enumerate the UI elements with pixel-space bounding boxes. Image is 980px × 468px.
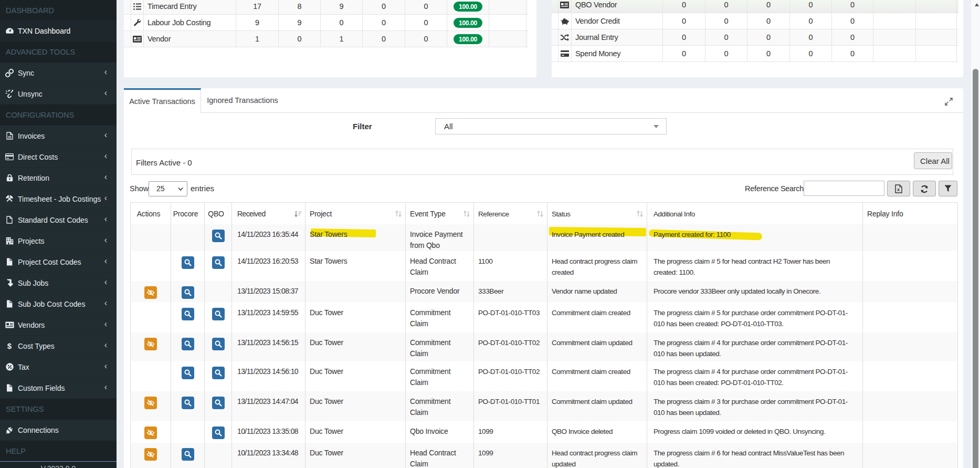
svg-text:x: x: [897, 187, 900, 192]
